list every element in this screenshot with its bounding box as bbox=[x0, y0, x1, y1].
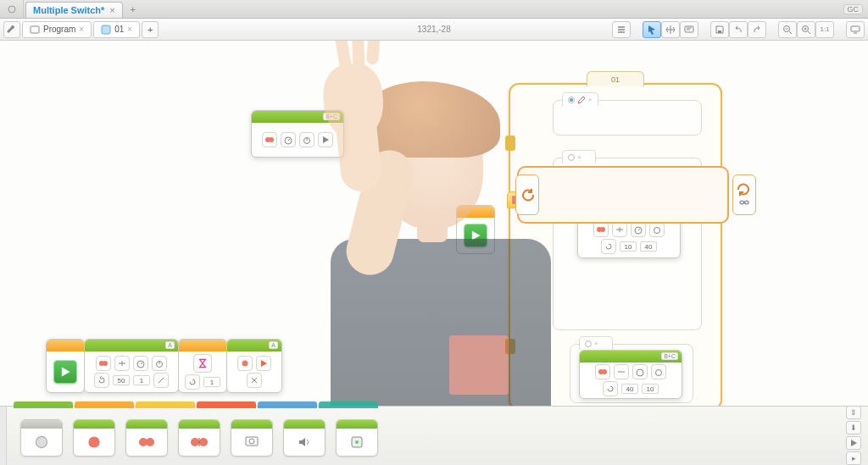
program-tab-01[interactable]: 01 × bbox=[93, 21, 140, 38]
run-button[interactable] bbox=[846, 436, 861, 450]
zoom-fit-icon: 1:1 bbox=[820, 25, 829, 33]
svg-point-0 bbox=[8, 6, 15, 13]
palette-tab-sensor[interactable] bbox=[136, 401, 195, 408]
start-block[interactable] bbox=[46, 339, 85, 393]
palette-block-move-tank[interactable] bbox=[178, 419, 220, 457]
param-value[interactable]: 40 bbox=[640, 241, 657, 252]
palette-block-sound[interactable] bbox=[283, 419, 326, 457]
move-steering-block[interactable]: A 50 1 bbox=[84, 339, 179, 393]
loop-end[interactable] bbox=[732, 174, 756, 215]
seconds-value[interactable]: 1 bbox=[203, 377, 220, 387]
redo-button[interactable] bbox=[748, 21, 766, 38]
motor-icon bbox=[96, 356, 111, 371]
palette-tab-data[interactable] bbox=[197, 401, 256, 408]
param-value[interactable]: 40 bbox=[621, 384, 638, 394]
palette-block-move-steering[interactable] bbox=[125, 419, 168, 457]
timer-icon bbox=[649, 222, 665, 237]
program-tab-program[interactable]: Program × bbox=[22, 21, 92, 38]
sound-icon bbox=[296, 435, 313, 450]
switch-case-default[interactable]: × bbox=[553, 100, 702, 136]
port-label: A bbox=[165, 341, 175, 349]
palette-tab-flow[interactable] bbox=[75, 401, 134, 408]
case-tab[interactable]: × bbox=[579, 336, 613, 350]
loop-start[interactable] bbox=[515, 174, 539, 215]
palette-block-display[interactable] bbox=[231, 419, 273, 457]
svg-point-28 bbox=[602, 369, 607, 374]
zoom-in-button[interactable] bbox=[797, 21, 815, 38]
comment-tool-button[interactable] bbox=[680, 21, 698, 38]
wait-block[interactable]: 1 bbox=[178, 339, 227, 393]
close-icon[interactable]: × bbox=[79, 25, 84, 34]
pointer-tool-button[interactable] bbox=[643, 21, 661, 38]
download-button[interactable]: ⬇ bbox=[846, 421, 861, 435]
param-value[interactable]: 10 bbox=[620, 241, 637, 252]
close-icon[interactable]: × bbox=[109, 5, 114, 15]
loop-container[interactable] bbox=[517, 166, 729, 224]
switch-container[interactable]: 01 3 × bbox=[509, 83, 722, 406]
content-list-button[interactable] bbox=[612, 21, 631, 38]
gauge-icon bbox=[281, 132, 296, 147]
close-icon[interactable]: × bbox=[577, 153, 581, 161]
palette-handle[interactable] bbox=[0, 407, 7, 465]
palette-block-brick-status-light[interactable] bbox=[336, 419, 378, 457]
palette-block-large-motor[interactable] bbox=[73, 419, 115, 457]
move-tank-icon bbox=[189, 434, 209, 451]
svg-rect-7 bbox=[851, 26, 860, 31]
close-icon[interactable]: × bbox=[594, 340, 598, 347]
case3-motor-block[interactable]: B+C 40 10 bbox=[579, 350, 682, 399]
palette-blocks bbox=[7, 411, 868, 462]
download-controls: ⇕ ⬇ ▸ bbox=[844, 405, 863, 465]
svg-rect-4 bbox=[718, 30, 721, 33]
svg-point-36 bbox=[199, 438, 208, 446]
project-properties-button[interactable] bbox=[3, 21, 20, 38]
pan-icon bbox=[665, 25, 676, 35]
project-menu-button[interactable] bbox=[0, 0, 24, 18]
case-tab[interactable]: × bbox=[562, 92, 598, 106]
motor-icon bbox=[262, 132, 277, 147]
expand-palette-button[interactable]: ⇕ bbox=[846, 406, 861, 419]
param-value[interactable]: 10 bbox=[642, 384, 659, 394]
program-canvas[interactable]: B+C A bbox=[0, 41, 868, 406]
play-icon bbox=[464, 224, 487, 247]
loop-icon bbox=[94, 373, 109, 388]
save-button[interactable] bbox=[710, 21, 729, 38]
zoom-out-button[interactable] bbox=[778, 21, 797, 38]
timer-icon bbox=[651, 364, 666, 379]
switch-myblock-label: 01 bbox=[587, 71, 644, 86]
case-tab[interactable]: × bbox=[562, 150, 596, 163]
close-icon[interactable]: × bbox=[127, 25, 132, 34]
steer-icon bbox=[612, 222, 627, 237]
switch-start-block[interactable] bbox=[456, 205, 495, 254]
zoom-reset-button[interactable]: 1:1 bbox=[815, 21, 834, 38]
palette-block-medium-motor[interactable] bbox=[20, 419, 63, 457]
power-value[interactable]: 50 bbox=[113, 375, 130, 385]
close-icon[interactable]: × bbox=[588, 96, 593, 103]
switch-case-3[interactable]: × B+C bbox=[570, 344, 693, 403]
loop-end-icon bbox=[737, 183, 751, 197]
timer-icon bbox=[299, 132, 314, 147]
add-project-button[interactable]: + bbox=[125, 0, 142, 18]
rotations-value[interactable]: 1 bbox=[133, 375, 150, 385]
chevron-down-icon: ▸ bbox=[852, 454, 856, 462]
program-toolbar: Program × 01 × + 1321,-28 bbox=[0, 19, 868, 41]
project-tab-label: Multiple Switch* bbox=[33, 5, 104, 15]
chevron-up-icon: ⬇ bbox=[850, 423, 857, 432]
palette-tab-action[interactable] bbox=[14, 401, 73, 408]
main-sequence[interactable]: A 50 1 bbox=[46, 339, 281, 393]
switch-start-row bbox=[456, 205, 494, 254]
motor-stop-block[interactable]: A bbox=[226, 339, 282, 393]
floating-move-block[interactable]: B+C bbox=[251, 110, 343, 158]
run-selected-button[interactable]: ▸ bbox=[846, 451, 861, 465]
project-tab-active[interactable]: Multiple Switch* × bbox=[25, 2, 123, 18]
svg-point-18 bbox=[242, 361, 248, 367]
palette-tab-myblocks[interactable] bbox=[319, 401, 378, 408]
port-view-button[interactable] bbox=[846, 21, 865, 38]
svg-point-9 bbox=[269, 137, 274, 142]
svg-point-40 bbox=[355, 440, 359, 444]
palette-tab-advanced[interactable] bbox=[258, 401, 317, 408]
program-tab-label: Program bbox=[43, 25, 75, 34]
pan-tool-button[interactable] bbox=[661, 21, 680, 38]
canvas-coordinates: 1321,-28 bbox=[417, 25, 450, 34]
add-program-button[interactable]: + bbox=[142, 21, 159, 38]
undo-button[interactable] bbox=[729, 21, 748, 38]
